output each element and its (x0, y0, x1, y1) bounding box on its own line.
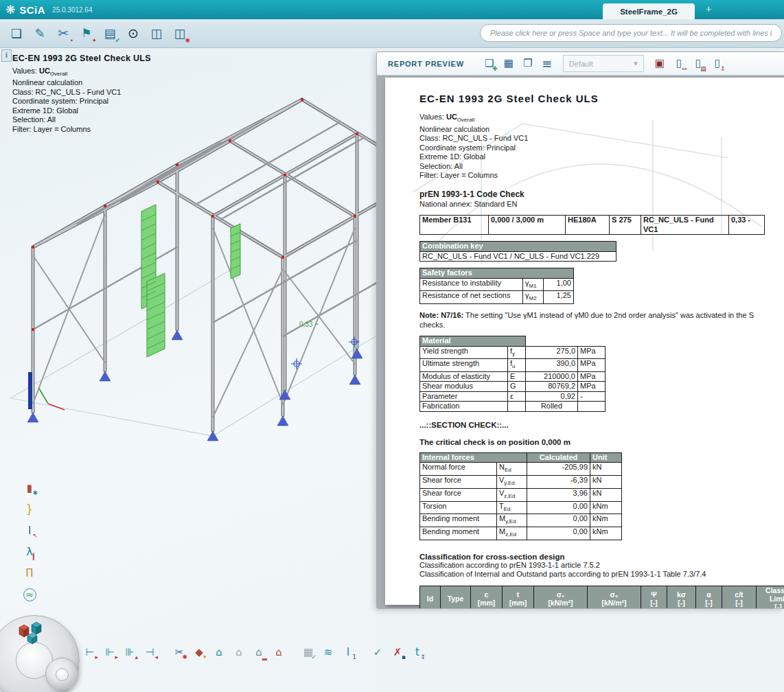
fit-width-icon[interactable]: ▯↔ (670, 55, 688, 73)
values-prefix: Values: (419, 113, 446, 121)
member-arrow-both-icon[interactable]: ⊩▸ (101, 643, 119, 661)
unit-header: Unit (590, 452, 622, 463)
hook-clamp-icon[interactable]: } (21, 500, 38, 518)
weld-diamond-icon[interactable]: ◆✦ (190, 643, 208, 661)
member-mirror-icon[interactable]: ⊣◂ (141, 643, 159, 661)
table-row: Yield strengthfy275,0MPa (420, 346, 606, 359)
table-cell: fy (508, 346, 526, 359)
text-beam-icon[interactable]: I1 (339, 643, 357, 661)
table-row: Normal forceNEd-205,99kN (420, 463, 622, 476)
report-meta-line: Nonlinear calculation (419, 125, 784, 135)
classification-notes: Classification according to prEN 1993-1-… (419, 561, 784, 579)
table-cell: 0,00 (527, 514, 590, 527)
table-cell: Fabrication (420, 402, 508, 412)
report-page-area[interactable]: EC-EN 1993 2G Steel Check ULS Values: UC… (377, 76, 784, 608)
screen-icon[interactable]: ▣ (651, 55, 669, 73)
edit-pad-icon[interactable]: ✎ (29, 23, 51, 45)
book-search-icon[interactable]: ◫✱ (169, 23, 191, 45)
table-row: Resistance to instabilityγM11,00 (420, 278, 574, 291)
check-icon[interactable]: ✓ (369, 643, 387, 661)
frame-slate-icon[interactable]: ⌂▂ (250, 643, 268, 661)
eye-icon[interactable]: ⊙ (122, 23, 144, 45)
new-document-icon[interactable]: ❏ (5, 23, 27, 45)
table-cell: Shear force (420, 476, 497, 489)
table-cell: HE180A (566, 216, 610, 235)
scissors-icon[interactable]: ✂• (52, 23, 74, 45)
column-header: Class 1Limit[-] (757, 586, 784, 608)
table-cell: Vy,Ed (497, 476, 527, 489)
steel-frame-3d-model[interactable]: 0,33 ~ (0, 76, 376, 556)
report-meta-line: Coordinate system: Principal (419, 143, 784, 153)
member-cut-icon[interactable]: ✂✱ (170, 643, 188, 661)
table-cell: 390,0 (526, 359, 578, 372)
column-header: Type (441, 586, 471, 608)
new-tab-button[interactable]: + (702, 2, 715, 16)
table-cell: 275,0 (526, 346, 578, 359)
table-cell: kN (590, 463, 622, 476)
table-cell: 1,00 (544, 278, 574, 291)
frame-red-icon[interactable]: ⌂ (270, 643, 288, 661)
panel-title: REPORT PREVIEW (388, 60, 464, 68)
table-row: Bending momentMy,Ed0,00kNm (420, 514, 622, 527)
view-cubes-icon[interactable] (15, 619, 48, 647)
column-header: σ₂[kN/m²] (588, 586, 641, 608)
table-cell: Resistance to instability (420, 278, 523, 291)
note-text-2: checks. (419, 321, 445, 329)
search-input[interactable] (480, 24, 782, 42)
table-cell: Resistance of net sections (420, 291, 523, 304)
table-cell: Rolled (526, 402, 578, 412)
table-cell: E (508, 371, 526, 382)
result-diagram-panels (141, 205, 240, 357)
values-main: UC (39, 67, 50, 75)
calculated-header: Calculated (527, 452, 590, 463)
table-cell: -205,99 (527, 463, 590, 476)
table-cell: fu (508, 359, 526, 372)
column-header: c/t[-] (722, 586, 757, 608)
table-cell: Shear force (420, 488, 497, 501)
table-cell: 0,00 (527, 527, 590, 540)
table-cell: Yield strength (420, 346, 508, 359)
delete-cross-icon[interactable]: ✗▪ (389, 643, 406, 661)
report-values-line: Values: UCOverall (419, 113, 784, 125)
template-dropdown[interactable]: Default ▾ (563, 55, 644, 72)
print-icon[interactable]: ❐ (519, 55, 537, 73)
table-icon[interactable]: ▦ (500, 55, 518, 73)
project-tab[interactable]: SteelFrame_2G (603, 3, 695, 19)
grid-check-icon[interactable]: ▦✓ (299, 643, 317, 661)
table-cell: My,Ed (497, 514, 527, 527)
frame-teal-icon[interactable]: ⌂ (210, 643, 228, 661)
report-meta: Nonlinear calculationClass: RC_NC_ULS - … (419, 125, 784, 181)
legend-values-line: Values: UCOverall (12, 67, 151, 79)
report-meta-line: Selection: All (419, 162, 784, 172)
wave-circle-icon[interactable]: ≈ (21, 586, 38, 603)
info-icon[interactable]: i (1, 49, 12, 62)
table-cell: γM1 (523, 278, 544, 291)
safety-factors-table: Safety factors Resistance to instability… (419, 268, 574, 304)
regenerate-report-icon[interactable]: ❏✚ (481, 55, 498, 73)
model-viewport[interactable]: i EC-EN 1993 2G Steel Check ULS Values: … (0, 48, 376, 692)
section-cylinder-icon[interactable]: ▮✱ (21, 479, 38, 497)
layers-stack-icon[interactable]: ▤✔ (99, 23, 121, 45)
combination-key-table: Combination key RC_NC_ULS - Fund VC1 / N… (419, 241, 616, 262)
table-cell (508, 402, 526, 412)
open-book-icon[interactable]: ◫ (146, 23, 168, 45)
axis-t-icon[interactable]: t↕ (408, 643, 426, 661)
table-row: Member B1310,000 / 3,000 mHE180AS 275RC_… (420, 216, 765, 235)
navigation-wheel-secondary-center[interactable] (56, 668, 69, 681)
navigation-wheel-secondary[interactable] (45, 658, 78, 691)
frame-gray-icon[interactable]: ⌂ (230, 643, 248, 661)
member-arrow-end-icon[interactable]: ⊢▸ (81, 643, 99, 661)
fit-height-icon[interactable]: ▯↕ (708, 55, 726, 73)
ibeam-arrow-icon[interactable]: I↖ (21, 522, 38, 540)
layers-waves-icon[interactable]: ≋ (319, 643, 337, 661)
main-toolbar: ❏✎✂•⚑✦▤✔⊙◫◫✱ (0, 19, 784, 48)
list-icon[interactable]: ≡ (538, 55, 556, 73)
legend-line: Coordinate system: Principal (12, 97, 151, 106)
national-annex-line: National annex: Standard EN (419, 200, 784, 209)
member-arrow-up-icon[interactable]: ⊪▴ (121, 643, 139, 661)
flag-tools-icon[interactable]: ⚑✦ (76, 23, 97, 45)
lambda-stability-icon[interactable]: λ▎ (21, 543, 38, 561)
table-cell: Bending moment (420, 527, 497, 540)
portal-frame-icon[interactable]: Π (21, 564, 38, 582)
page-icon[interactable]: ▯▤ (689, 55, 707, 73)
